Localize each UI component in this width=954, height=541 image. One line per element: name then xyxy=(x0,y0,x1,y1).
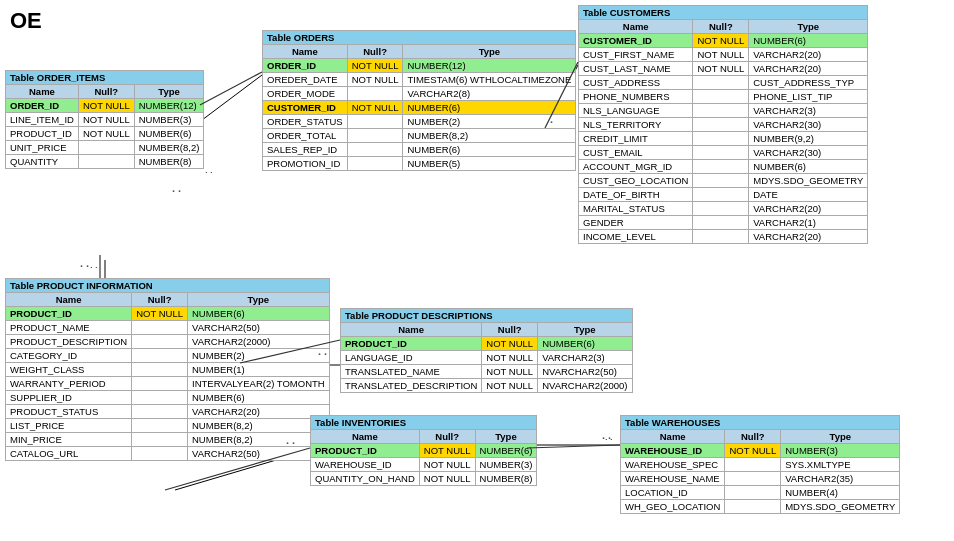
col-null: Null? xyxy=(725,430,781,444)
col-null: Null? xyxy=(78,85,134,99)
col-name: Name xyxy=(341,323,482,337)
table-warehouses: Table WAREHOUSES Name Null? Type WAREHOU… xyxy=(620,415,900,514)
svg-line-20 xyxy=(527,445,620,448)
table-product-desc: Table PRODUCT DESCRIPTIONS Name Null? Ty… xyxy=(340,308,633,393)
orders-title: Table ORDERS xyxy=(263,31,576,45)
col-name: Name xyxy=(579,20,693,34)
table-customers: Table CUSTOMERS Name Null? Type CUSTOMER… xyxy=(578,5,868,244)
col-null: Null? xyxy=(482,323,538,337)
svg-line-12 xyxy=(200,72,262,105)
col-name: Name xyxy=(311,430,420,444)
schema-container: OE · · · · · · · · · · · Table ORDER_ITE… xyxy=(0,0,954,541)
order-items-title: Table ORDER_ITEMS xyxy=(6,71,204,85)
col-name: Name xyxy=(6,85,79,99)
svg-text:· ·: · · xyxy=(602,432,611,444)
col-type: Type xyxy=(538,323,632,337)
col-name: Name xyxy=(263,45,348,59)
product-desc-title: Table PRODUCT DESCRIPTIONS xyxy=(341,309,633,323)
table-product-info: Table PRODUCT INFORMATION Name Null? Typ… xyxy=(5,278,330,461)
table-inventories: Table INVENTORIES Name Null? Type PRODUC… xyxy=(310,415,537,486)
col-type: Type xyxy=(134,85,204,99)
col-null: Null? xyxy=(132,293,188,307)
svg-text:· ·: · · xyxy=(90,262,98,272)
svg-text:· ·: · · xyxy=(605,434,613,444)
svg-text:· ·: · · xyxy=(80,260,89,272)
col-null: Null? xyxy=(419,430,475,444)
warehouses-title: Table WAREHOUSES xyxy=(621,416,900,430)
col-name: Name xyxy=(621,430,725,444)
svg-line-0 xyxy=(202,75,262,120)
col-type: Type xyxy=(781,430,900,444)
col-name: Name xyxy=(6,293,132,307)
product-info-title: Table PRODUCT INFORMATION xyxy=(6,279,330,293)
inventories-title: Table INVENTORIES xyxy=(311,416,537,430)
svg-text:· ·: · · xyxy=(205,167,213,177)
svg-text:· ·: · · xyxy=(172,185,181,197)
col-type: Type xyxy=(188,293,330,307)
col-type: Type xyxy=(475,430,537,444)
table-order-items: Table ORDER_ITEMS Name Null? Type ORDER_… xyxy=(5,70,204,169)
col-type: Type xyxy=(403,45,576,59)
col-null: Null? xyxy=(693,20,749,34)
table-orders: Table ORDERS Name Null? Type ORDER_IDNOT… xyxy=(262,30,576,171)
col-null: Null? xyxy=(347,45,403,59)
schema-title: OE xyxy=(10,8,42,34)
customers-title: Table CUSTOMERS xyxy=(579,6,868,20)
col-type: Type xyxy=(749,20,868,34)
